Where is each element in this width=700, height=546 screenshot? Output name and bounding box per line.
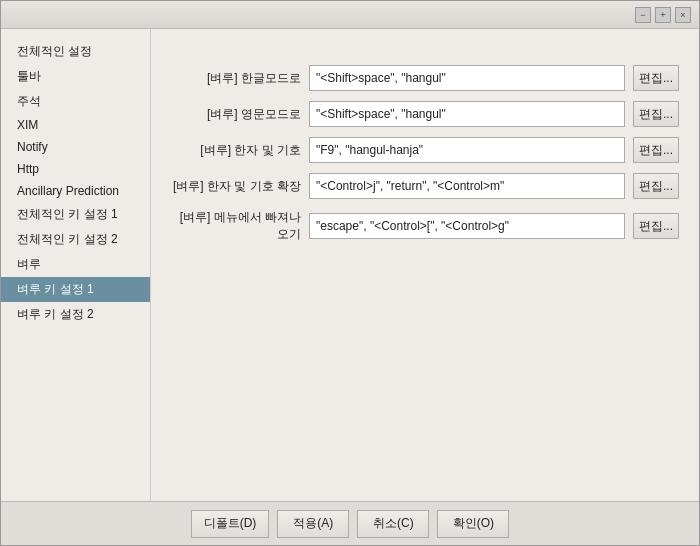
row-input-2[interactable] [309,137,625,163]
sidebar-item-general[interactable]: 전체적인 설정 [1,39,150,64]
row-edit-button-3[interactable]: 편집... [633,173,679,199]
row-label-4: [벼루] 메뉴에서 빠져나오기 [171,209,301,243]
titlebar-controls: − + × [635,7,691,23]
sidebar-item-comment[interactable]: 주석 [1,89,150,114]
default-button[interactable]: 디폴트(D) [191,510,270,538]
titlebar: − + × [1,1,699,29]
row-input-1[interactable] [309,101,625,127]
row-edit-button-1[interactable]: 편집... [633,101,679,127]
sidebar-item-key-general-2[interactable]: 전체적인 키 설정 2 [1,227,150,252]
ok-button[interactable]: 확인(O) [437,510,509,538]
sidebar-item-key-general-1[interactable]: 전체적인 키 설정 1 [1,202,150,227]
sidebar: 전체적인 설정툴바주석XIMNotifyHttpAncillary Predic… [1,29,151,501]
minimize-button[interactable]: − [635,7,651,23]
main-panel: [벼루] 한글모드로편집...[벼루] 영문모드로편집...[벼루] 한자 및 … [151,29,699,501]
sidebar-item-byeoru[interactable]: 벼루 [1,252,150,277]
content-area: 전체적인 설정툴바주석XIMNotifyHttpAncillary Predic… [1,29,699,501]
bottom-bar: 디폴트(D)적용(A)취소(C)확인(O) [1,501,699,545]
row-label-0: [벼루] 한글모드로 [171,70,301,87]
row-label-2: [벼루] 한자 및 기호 [171,142,301,159]
row-edit-button-2[interactable]: 편집... [633,137,679,163]
sidebar-item-xim[interactable]: XIM [1,114,150,136]
row-edit-button-4[interactable]: 편집... [633,213,679,239]
row-label-1: [벼루] 영문모드로 [171,106,301,123]
settings-row-2: [벼루] 한자 및 기호편집... [171,137,679,163]
row-edit-button-0[interactable]: 편집... [633,65,679,91]
settings-row-0: [벼루] 한글모드로편집... [171,65,679,91]
sidebar-item-byeoru-key-2[interactable]: 벼루 키 설정 2 [1,302,150,327]
main-window: − + × 전체적인 설정툴바주석XIMNotifyHttpAncillary … [0,0,700,546]
settings-row-1: [벼루] 영문모드로편집... [171,101,679,127]
maximize-button[interactable]: + [655,7,671,23]
cancel-button[interactable]: 취소(C) [357,510,429,538]
sidebar-item-byeoru-key-1[interactable]: 벼루 키 설정 1 [1,277,150,302]
row-input-0[interactable] [309,65,625,91]
sidebar-item-ancillary[interactable]: Ancillary Prediction [1,180,150,202]
sidebar-item-notify[interactable]: Notify [1,136,150,158]
settings-row-4: [벼루] 메뉴에서 빠져나오기편집... [171,209,679,243]
close-button[interactable]: × [675,7,691,23]
settings-row-3: [벼루] 한자 및 기호 확장편집... [171,173,679,199]
sidebar-item-toolbar[interactable]: 툴바 [1,64,150,89]
row-input-4[interactable] [309,213,625,239]
sidebar-item-http[interactable]: Http [1,158,150,180]
row-input-3[interactable] [309,173,625,199]
apply-button[interactable]: 적용(A) [277,510,349,538]
row-label-3: [벼루] 한자 및 기호 확장 [171,178,301,195]
